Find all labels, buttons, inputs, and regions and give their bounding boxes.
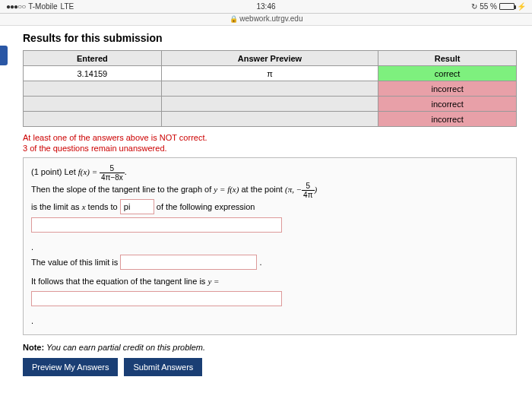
col-entered: Entered: [24, 51, 162, 66]
error-message-2: 3 of the questions remain unanswered.: [23, 144, 517, 153]
cell-entered: [24, 97, 162, 112]
battery-percent: 55 %: [480, 2, 497, 11]
expression-input[interactable]: [31, 217, 282, 233]
math-x: x: [82, 202, 86, 211]
browser-url-bar[interactable]: 🔒 webwork.utrgv.edu: [0, 14, 532, 26]
cell-preview: [161, 112, 378, 127]
cell-result: incorrect: [378, 97, 517, 112]
text-line2b: at the point: [241, 185, 285, 194]
col-preview: Answer Preview: [161, 51, 378, 66]
text-line2a: Then the slope of the tangent line to th…: [31, 185, 214, 194]
carrier-label: T-Mobile: [28, 2, 57, 11]
text-line4: The value of this limit is: [31, 258, 120, 267]
points-label: (1 point) Let: [31, 167, 78, 176]
tangent-line-input[interactable]: [31, 291, 282, 306]
math-yeq: y =: [207, 277, 219, 286]
text-line5: It follows that the equation of the tang…: [31, 277, 207, 286]
table-row: 3.14159 π correct: [24, 66, 517, 81]
math-frac2: 54π: [302, 182, 314, 199]
lock-icon: 🔒: [230, 15, 238, 23]
cell-entered: [24, 81, 162, 97]
math-point: (π, −: [285, 185, 302, 194]
results-heading: Results for this submission: [23, 32, 517, 44]
partial-credit-note: Note: You can earn partial credit on thi…: [23, 343, 517, 352]
results-table: Entered Answer Preview Result 3.14159 π …: [23, 50, 517, 127]
cell-result: incorrect: [378, 81, 517, 97]
table-row: incorrect: [24, 97, 517, 112]
cell-entered: 3.14159: [24, 66, 162, 81]
text-line3c: of the following expression: [157, 202, 255, 211]
text-line3b: tends to: [88, 202, 120, 211]
network-label: LTE: [61, 2, 74, 11]
table-row: incorrect: [24, 81, 517, 97]
cell-preview: π: [161, 66, 378, 81]
note-text: You can earn partial credit on this prob…: [44, 343, 205, 352]
math-yfx: y = f(x): [214, 185, 239, 194]
url-text: webwork.utrgv.edu: [239, 14, 302, 23]
cell-result: correct: [378, 66, 517, 81]
math-fraction: 54π−8x: [100, 164, 125, 182]
charging-icon: ⚡: [517, 2, 526, 11]
cell-preview: [161, 81, 378, 97]
submit-answers-button[interactable]: Submit Answers: [124, 358, 202, 376]
problem-statement: (1 point) Let f(x) = 54π−8x. Then the sl…: [23, 157, 517, 335]
battery-icon: [499, 3, 515, 10]
text-line3a: is the limit as: [31, 202, 82, 211]
math-fx: f(x) =: [78, 167, 100, 176]
col-result: Result: [378, 51, 517, 66]
error-message-1: At least one of the answers above is NOT…: [23, 133, 517, 142]
clock-label: 13:46: [158, 2, 374, 11]
note-label: Note:: [23, 343, 44, 352]
refresh-icon: ↻: [471, 2, 477, 11]
cell-entered: [24, 112, 162, 127]
cell-result: incorrect: [378, 112, 517, 127]
signal-dots: ●●●○○: [6, 2, 25, 11]
cell-preview: [161, 97, 378, 112]
limit-point-input[interactable]: [120, 199, 154, 214]
ios-status-bar: ●●●○○ T-Mobile LTE 13:46 ↻ 55 % ⚡: [0, 0, 532, 14]
preview-answers-button[interactable]: Preview My Answers: [23, 358, 118, 376]
table-row: incorrect: [24, 112, 517, 127]
limit-value-input[interactable]: [120, 255, 257, 270]
